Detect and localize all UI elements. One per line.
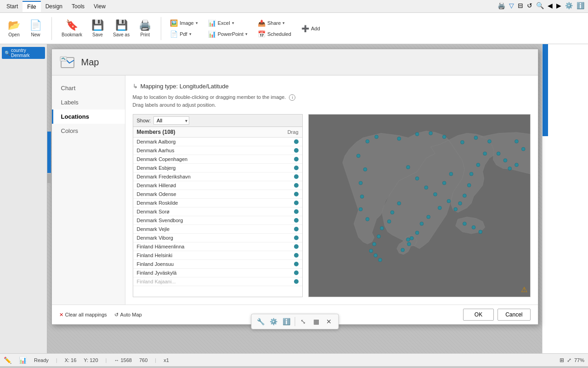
svg-point-52 [380,226,384,230]
ribbon-group-main: 📂 Open 📄 New [4,15,46,42]
bookmark-label: Bookmark [62,32,82,37]
forward-icon[interactable]: ▶ [556,2,561,9]
menu-design[interactable]: Design [41,1,67,12]
powerpoint-button[interactable]: 📊 PowerPoint ▾ [205,29,251,39]
table-row[interactable]: Denmark Svendborg [133,216,302,225]
normal-view-button[interactable]: ⊞ [560,357,564,363]
gear-tool-button[interactable]: ⚙️ [268,316,279,327]
excel-dropdown[interactable]: ▾ [232,21,234,25]
table-row[interactable]: Denmark Vejle [133,225,302,234]
nav-labels[interactable]: Labels [52,95,125,109]
share-label: Share [267,20,281,26]
scheduled-button[interactable]: 📅 Scheduled [254,29,294,39]
print-icon[interactable]: 🖨️ [498,2,505,9]
table-row[interactable]: Denmark Viborg [133,234,302,242]
automap-icon: ↺ [114,312,119,318]
dialog-overlay: Map Chart Labels Locations Colors [47,44,542,353]
save-button[interactable]: 💾 Save [87,15,108,42]
table-row[interactable]: Denmark Aalborg [133,138,302,146]
menu-start[interactable]: Start [2,1,23,12]
image-button[interactable]: 🖼️ Image ▾ [167,18,201,28]
table-row[interactable]: Denmark Frederikshavn [133,172,302,181]
pdf-label: Pdf [180,31,187,37]
nav-chart[interactable]: Chart [52,81,125,95]
ribbon-group-publish: 📤 Share ▾ 📅 Scheduled [254,18,294,39]
image-dropdown[interactable]: ▾ [196,21,198,25]
clear-mappings-button[interactable]: ✕ Clear all mappings [59,312,107,318]
info-icon[interactable]: ℹ️ [577,2,584,9]
right-panel-tab[interactable] [543,44,548,136]
menu-file[interactable]: File [23,1,40,12]
search-icon[interactable]: 🔍 [536,2,544,9]
table-row[interactable]: Denmark Odense [133,190,302,199]
info-tool-button[interactable]: ℹ️ [281,316,292,327]
grid-tool-button[interactable]: ▦ [311,316,322,327]
ribbon: 📂 Open 📄 New 🔖 Bookmark 💾 Save 💾 Save as [0,13,588,44]
excel-button[interactable]: 📊 Excel ▾ [205,18,251,28]
pdf-button[interactable]: 📄 Pdf ▾ [167,29,201,39]
bookmark-icon: 🔖 [66,19,78,31]
table-row[interactable]: Denmark Esbjerg [133,164,302,172]
table-row[interactable]: Finland Jyväskylä [133,269,302,277]
table-row[interactable]: Finland Helsinki [133,251,302,260]
saveas-button[interactable]: 💾 Save as [109,15,134,42]
bottom-toolbar: 🔧 ⚙️ ℹ️ ⤡ ▦ ✕ [251,314,339,329]
ok-button[interactable]: OK [463,309,494,321]
svg-point-23 [426,215,430,219]
table-row[interactable]: Denmark Hillerød [133,181,302,190]
menu-tools[interactable]: Tools [67,1,89,12]
filter-tag[interactable]: 🔍 country Denmark [2,47,45,59]
settings-tool-button[interactable]: 🔧 [255,316,266,327]
share-icon: 📤 [258,19,266,27]
table-row[interactable]: Denmark Aarhus [133,146,302,155]
filter-icon[interactable]: ▽ [509,2,514,9]
main-area: 🔍 country Denmark [0,44,588,353]
svg-point-17 [424,186,428,190]
members-count: Members (108) [137,129,175,135]
new-button[interactable]: 📄 New [25,15,46,42]
side-tab-blue[interactable] [47,132,51,173]
right-panel [542,44,588,353]
table-row[interactable]: Denmark Copenhagen [133,155,302,164]
open-button[interactable]: 📂 Open [4,15,24,42]
scheduled-icon: 📅 [258,30,266,38]
share-dropdown[interactable]: ▾ [283,21,285,25]
member-dot [294,148,299,153]
menu-view[interactable]: View [89,1,110,12]
table-row[interactable]: Denmark Roskilde [133,199,302,207]
content-area: Map Chart Labels Locations Colors [47,44,542,353]
bookmark-button[interactable]: 🔖 Bookmark [57,15,86,42]
table-row[interactable]: Finland Kajaani... [133,277,302,286]
close-tool-button[interactable]: ✕ [323,316,334,327]
nav-locations[interactable]: Locations [52,109,125,124]
show-select[interactable]: All Mapped Unmapped [153,116,189,125]
auto-map-button[interactable]: ↺ Auto Map [114,312,142,318]
table-row[interactable]: Denmark Sorø [133,207,302,216]
svg-point-21 [447,199,451,203]
side-tab-gray[interactable] [47,174,51,183]
member-dot [294,218,299,223]
svg-point-49 [397,201,401,205]
add-button[interactable]: ➕ Add [298,23,323,34]
svg-point-38 [407,242,411,246]
cancel-button[interactable]: Cancel [498,309,530,321]
members-panel: Show: All Mapped Unmapped [133,114,303,297]
table-row[interactable]: Finland Joensuu [133,260,302,269]
info-circle-icon[interactable]: i [289,94,295,101]
table-row[interactable]: Finland Hämeenlinna [133,242,302,251]
fullscreen-button[interactable]: ⤢ [567,357,571,363]
print-button[interactable]: 🖨️ Print [135,15,155,42]
pdf-dropdown[interactable]: ▾ [189,32,192,36]
refresh-icon[interactable]: ↺ [527,2,532,9]
members-list[interactable]: Denmark Aalborg Denmark Aarhus [133,138,302,297]
filter2-icon[interactable]: ⊟ [518,2,523,9]
svg-point-57 [378,258,382,262]
back-icon[interactable]: ◀ [548,2,553,9]
resize-tool-button[interactable]: ⤡ [298,316,309,327]
nav-colors[interactable]: Colors [52,124,125,138]
share-button[interactable]: 📤 Share ▾ [254,18,294,28]
mapping-type-label: Mapping type: Longitude/Latitude [141,83,229,90]
settings-icon[interactable]: ⚙️ [565,2,573,9]
powerpoint-dropdown[interactable]: ▾ [245,32,248,36]
map-panel: ⚠ [308,114,531,297]
